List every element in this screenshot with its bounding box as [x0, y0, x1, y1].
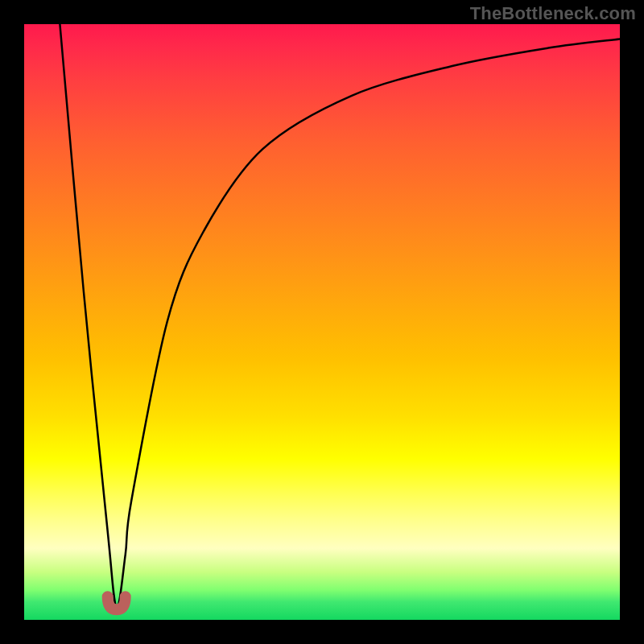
bottleneck-curve-path: [60, 24, 620, 609]
plot-area: [24, 24, 620, 620]
trough-marker: [108, 597, 126, 609]
curve-layer: [24, 24, 620, 620]
watermark-text: TheBottleneck.com: [470, 3, 636, 24]
chart-frame: TheBottleneck.com: [0, 0, 644, 644]
